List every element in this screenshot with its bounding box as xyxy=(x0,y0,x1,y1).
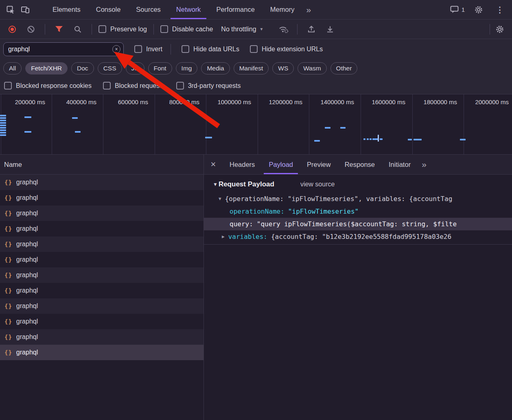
waterfall-bar xyxy=(0,129,6,131)
hide-extension-urls-checkbox[interactable]: Hide extension URLs xyxy=(250,45,323,53)
name-header-label: Name xyxy=(4,161,22,168)
inspect-element-icon[interactable] xyxy=(3,2,18,17)
payload-root-line[interactable]: ▼ {operationName: "ipFlowTimeseries", va… xyxy=(204,192,512,205)
more-details-tabs-icon[interactable]: » xyxy=(418,160,431,169)
details-tab-preview[interactable]: Preview xyxy=(300,155,338,174)
filter-pill-other[interactable]: Other xyxy=(330,62,358,74)
filter-pill-font[interactable]: Font xyxy=(148,62,172,74)
more-tabs-icon[interactable]: » xyxy=(302,5,315,15)
kebab-menu-icon[interactable]: ⋮ xyxy=(492,2,507,17)
request-row[interactable]: {}graphql xyxy=(0,206,203,221)
request-row[interactable]: {}graphql xyxy=(0,283,203,298)
waterfall-bar xyxy=(205,137,212,138)
clear-filter-icon[interactable]: × xyxy=(112,45,120,53)
filter-pill-media[interactable]: Media xyxy=(201,62,230,74)
checkbox[interactable] xyxy=(160,25,168,33)
devtools-tabbar: Elements Console Sources Network Perform… xyxy=(0,0,512,20)
request-row[interactable]: {}graphql xyxy=(0,252,203,267)
checkbox[interactable] xyxy=(4,82,12,90)
request-row[interactable]: {}graphql xyxy=(0,329,203,345)
filter-pill-wasm[interactable]: Wasm xyxy=(298,62,326,74)
details-tab-initiator[interactable]: Initiator xyxy=(382,155,418,174)
filter-pill-js[interactable]: JS xyxy=(126,62,144,74)
request-row[interactable]: {}graphql xyxy=(0,190,203,206)
details-tab-payload[interactable]: Payload xyxy=(262,155,300,174)
filter-pill-all[interactable]: All xyxy=(3,62,22,74)
filter-pill-img[interactable]: Img xyxy=(176,62,198,74)
payload-variables-line[interactable]: ▶ variables: {accountTag: "b12e3b2192ee5… xyxy=(204,230,512,243)
json-icon: {} xyxy=(4,334,12,340)
request-name: graphql xyxy=(16,318,38,325)
details-tab-headers[interactable]: Headers xyxy=(223,155,262,174)
close-details-icon[interactable]: × xyxy=(204,155,223,174)
checkbox[interactable] xyxy=(250,45,258,53)
waterfall-bar xyxy=(378,135,379,142)
search-icon[interactable] xyxy=(70,22,85,37)
throttling-select[interactable]: No throttling ▼ xyxy=(221,26,263,33)
blocked-response-cookies-checkbox[interactable]: Blocked response cookies xyxy=(4,82,92,90)
request-row-selected[interactable]: {}graphql xyxy=(0,345,203,360)
tab-sources[interactable]: Sources xyxy=(128,0,168,19)
invert-checkbox[interactable]: Invert xyxy=(134,45,162,53)
device-toolbar-icon[interactable] xyxy=(18,2,33,17)
tab-network[interactable]: Network xyxy=(168,0,209,19)
collapse-triangle-icon[interactable]: ▼ xyxy=(219,196,221,201)
checkbox[interactable] xyxy=(98,25,106,33)
tab-console[interactable]: Console xyxy=(88,0,129,19)
third-party-requests-checkbox[interactable]: 3rd-party requests xyxy=(176,82,241,90)
export-har-icon[interactable] xyxy=(323,22,337,37)
network-filter-input[interactable] xyxy=(3,42,124,56)
filter-pill-css[interactable]: CSS xyxy=(98,62,122,74)
timeline-tick: 1600000 ms xyxy=(360,98,405,105)
disable-cache-label: Disable cache xyxy=(172,26,213,33)
filter-pill-doc[interactable]: Doc xyxy=(71,62,94,74)
expand-triangle-icon[interactable]: ▶ xyxy=(222,234,225,239)
disable-cache-checkbox[interactable]: Disable cache xyxy=(160,25,213,33)
network-settings-gear-icon[interactable] xyxy=(492,22,507,37)
tab-memory[interactable]: Memory xyxy=(263,0,302,19)
details-tab-response[interactable]: Response xyxy=(338,155,382,174)
filter-funnel-icon[interactable] xyxy=(52,22,66,37)
blocked-requests-checkbox[interactable]: Blocked requests xyxy=(103,82,165,90)
hide-data-urls-checkbox[interactable]: Hide data URLs xyxy=(182,45,239,53)
dropdown-arrow-icon: ▼ xyxy=(260,27,264,31)
section-collapse-icon[interactable]: ▼ xyxy=(213,182,218,187)
filter-pill-fetch-xhr[interactable]: Fetch/XHR xyxy=(25,62,68,74)
view-source-link[interactable]: view source xyxy=(300,181,335,188)
checkbox[interactable] xyxy=(134,45,142,53)
request-name: graphql xyxy=(16,333,38,341)
checkbox[interactable] xyxy=(176,82,184,90)
json-icon: {} xyxy=(4,256,12,263)
import-har-icon[interactable] xyxy=(304,22,319,37)
checkbox[interactable] xyxy=(103,82,111,90)
name-column-header[interactable]: Name xyxy=(0,155,203,175)
request-row[interactable]: {}graphql xyxy=(0,267,203,283)
waterfall-bar xyxy=(24,116,31,118)
waterfall-bar xyxy=(0,127,6,129)
overview-panel[interactable]: 200000 ms 400000 ms 600000 ms 800000 ms … xyxy=(0,94,512,155)
request-row[interactable]: {}graphql xyxy=(0,298,203,314)
console-messages-badge[interactable]: 1 xyxy=(450,6,465,13)
tab-elements[interactable]: Elements xyxy=(45,0,88,19)
filter-pill-ws[interactable]: WS xyxy=(272,62,294,74)
request-row[interactable]: {}graphql xyxy=(0,175,203,190)
request-row[interactable]: {}graphql xyxy=(0,314,203,329)
record-button[interactable] xyxy=(5,22,20,37)
request-row[interactable]: {}graphql xyxy=(0,221,203,236)
extra-filters-row: Blocked response cookies Blocked request… xyxy=(0,77,512,94)
waterfall-bar xyxy=(367,138,369,140)
filter-pill-manifest[interactable]: Manifest xyxy=(234,62,269,74)
invert-label: Invert xyxy=(146,46,162,53)
waterfall-bar xyxy=(325,127,330,129)
preserve-log-checkbox[interactable]: Preserve log xyxy=(98,25,147,33)
tab-performance[interactable]: Performance xyxy=(208,0,262,19)
request-name: graphql xyxy=(16,210,38,217)
clear-network-log-icon[interactable] xyxy=(24,22,38,37)
checkbox[interactable] xyxy=(182,45,189,53)
json-icon: {} xyxy=(4,225,12,232)
settings-gear-icon[interactable] xyxy=(471,2,486,17)
request-row[interactable]: {}graphql xyxy=(0,236,203,252)
network-conditions-icon[interactable] xyxy=(276,22,291,37)
payload-operation-line[interactable]: operationName: "ipFlowTimeseries" xyxy=(204,205,512,218)
payload-query-line-selected[interactable]: query: "query ipFlowTimeseries($accountT… xyxy=(204,218,512,230)
